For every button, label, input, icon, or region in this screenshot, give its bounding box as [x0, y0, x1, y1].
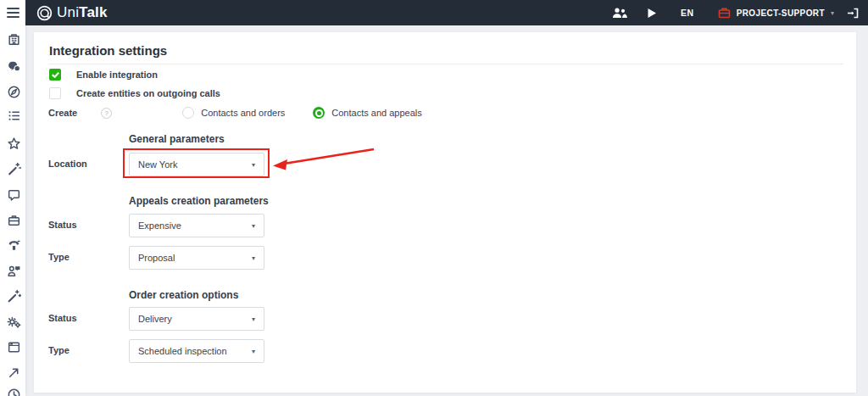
building-icon[interactable]: [6, 31, 21, 47]
project-selector[interactable]: PROJECT-SUPPORT ▾: [718, 7, 834, 19]
checkbox-label: Create entities on outgoing calls: [76, 88, 220, 98]
order-status-label: Status: [48, 313, 77, 323]
order-type-label: Type: [48, 345, 70, 355]
enable-integration-checkbox[interactable]: [49, 69, 61, 81]
create-entities-row: Create entities on outgoing calls: [49, 87, 220, 99]
briefcase-red-icon: [718, 7, 731, 19]
appeals-type-label: Type: [48, 252, 70, 262]
create-row: Create ? Contacts and orders Contacts an…: [48, 107, 422, 119]
appeals-status-label: Status: [48, 220, 77, 230]
page-title: Integration settings: [49, 43, 167, 58]
compass-icon[interactable]: [6, 84, 21, 99]
enable-integration-row: Enable integration: [49, 69, 158, 81]
gears-icon[interactable]: [6, 314, 21, 329]
order-status-dropdown[interactable]: Delivery ▾: [129, 307, 264, 331]
radio-contacts-and-orders[interactable]: Contacts and orders: [182, 107, 285, 119]
checkbox-label: Enable integration: [76, 70, 158, 80]
chevron-down-icon: ▾: [831, 9, 834, 17]
create-label: Create: [48, 108, 77, 118]
radio-off-icon: [182, 107, 194, 119]
comment-icon[interactable]: [6, 187, 21, 202]
logout-icon[interactable]: [846, 7, 860, 20]
play-icon[interactable]: [647, 8, 657, 19]
magic-wand-icon[interactable]: [6, 161, 21, 176]
sidebar: [0, 0, 25, 396]
check-icon: [52, 71, 59, 79]
hamburger-icon[interactable]: [7, 8, 19, 18]
chevron-down-icon: ▾: [252, 348, 255, 355]
divider: [49, 64, 843, 64]
location-dropdown[interactable]: New York ▾: [129, 153, 264, 176]
appeals-type-dropdown[interactable]: Proposal ▾: [129, 246, 264, 270]
question-circle-icon[interactable]: ?: [101, 108, 112, 119]
star-icon[interactable]: [6, 136, 21, 151]
chevron-down-icon: ▾: [252, 254, 255, 262]
brand-logo[interactable]: UniTalk: [36, 4, 108, 22]
radio-on-icon: [313, 107, 325, 119]
radio-contacts-and-appeals[interactable]: Contacts and appeals: [313, 107, 421, 119]
trend-arrow-icon[interactable]: [6, 365, 21, 380]
window-icon[interactable]: [6, 339, 21, 354]
chevron-down-icon: ▾: [252, 315, 255, 323]
integration-settings-panel: Integration settings Enable integration …: [34, 32, 856, 393]
brand-name: UniTalk: [57, 4, 108, 21]
briefcase-icon[interactable]: [6, 212, 21, 227]
chevron-down-icon: ▾: [252, 222, 255, 230]
order-type-dropdown[interactable]: Scheduled inspection ▾: [129, 339, 264, 363]
app-header: UniTalk EN PROJECT-SUPPORT ▾: [25, 0, 868, 25]
group-icon[interactable]: [611, 7, 628, 20]
wand-sparkles-icon[interactable]: [6, 288, 21, 304]
language-selector[interactable]: EN: [681, 8, 694, 18]
phone-icon[interactable]: [6, 237, 21, 253]
section-title-general: General parameters: [129, 133, 225, 145]
section-title-orders: Order creation options: [129, 289, 238, 301]
location-label: Location: [48, 159, 87, 169]
person-chat-icon[interactable]: [6, 263, 21, 278]
create-entities-checkbox[interactable]: [49, 87, 61, 99]
project-name: PROJECT-SUPPORT: [737, 8, 825, 18]
unitalk-logo-icon: [36, 4, 53, 22]
red-annotation-arrow: [267, 141, 377, 175]
appeals-status-dropdown[interactable]: Expensive ▾: [129, 214, 264, 237]
chats-icon[interactable]: [6, 59, 21, 74]
section-title-appeals: Appeals creation parameters: [129, 195, 269, 207]
clock-icon[interactable]: [6, 387, 21, 396]
list-icon[interactable]: [6, 108, 21, 123]
chevron-down-icon: ▾: [252, 161, 255, 169]
